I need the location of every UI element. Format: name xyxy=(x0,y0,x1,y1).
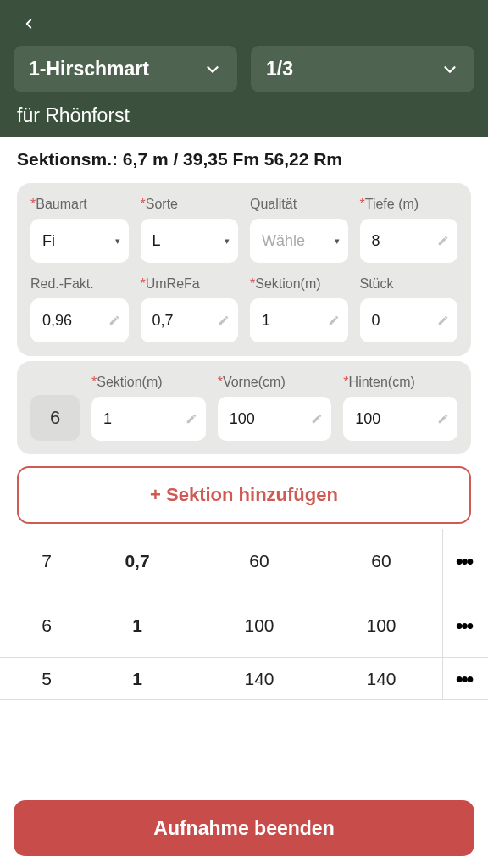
label-hinten: *Hinten(cm) xyxy=(343,375,458,390)
chevron-down-icon xyxy=(441,60,459,79)
cell-idx: 5 xyxy=(17,669,76,689)
table-row: 5 1 140 140 ••• xyxy=(0,658,488,700)
select-qualitaet[interactable]: Wähle ▾ xyxy=(250,219,348,263)
dropdown-location-label: 1-Hirschmart xyxy=(29,58,149,81)
label-sektion2: *Sektion(m) xyxy=(92,375,206,390)
cell-b: 60 xyxy=(198,551,320,571)
dots-icon: ••• xyxy=(456,614,472,637)
input-hinten[interactable]: 100 xyxy=(343,397,458,441)
placeholder-qualitaet: Wähle xyxy=(262,232,305,250)
row-menu-button[interactable]: ••• xyxy=(442,529,485,593)
cell-a: 1 xyxy=(76,669,198,689)
finish-button[interactable]: Aufnahme beenden xyxy=(14,800,474,856)
field-sektion-m: *Sektion(m) 1 xyxy=(250,276,348,342)
dropdown-location[interactable]: 1-Hirschmart xyxy=(14,46,237,92)
label-stueck: Stück xyxy=(360,276,458,292)
row-menu-button[interactable]: ••• xyxy=(442,658,485,699)
field-vorne: *Vorne(cm) 100 xyxy=(218,375,332,441)
cell-b: 100 xyxy=(198,615,320,636)
dropdown-page-label: 1/3 xyxy=(266,58,293,81)
pencil-icon xyxy=(437,314,449,326)
value-hinten: 100 xyxy=(355,410,380,428)
field-sektion2: *Sektion(m) 1 xyxy=(92,375,206,441)
dots-icon: ••• xyxy=(456,667,472,691)
label-sektion-m: *Sektion(m) xyxy=(250,276,348,292)
chevron-down-icon xyxy=(203,60,222,79)
header: 1-Hirschmart 1/3 für Rhönforst xyxy=(0,0,488,137)
pencil-icon xyxy=(328,314,340,326)
input-sektion2[interactable]: 1 xyxy=(92,397,206,441)
label-tiefe: *Tiefe (m) xyxy=(360,197,458,212)
field-hinten: *Hinten(cm) 100 xyxy=(343,375,458,441)
value-sektion2: 1 xyxy=(103,410,112,428)
label-umrefa: *UmReFa xyxy=(141,276,239,292)
select-baumart[interactable]: Fi ▾ xyxy=(30,219,129,263)
input-tiefe[interactable]: 8 xyxy=(360,219,458,263)
value-redfakt: 0,96 xyxy=(42,312,72,330)
back-button[interactable] xyxy=(14,8,44,39)
label-sorte: *Sorte xyxy=(141,197,239,212)
add-section-button[interactable]: + Sektion hinzufügen xyxy=(17,466,471,524)
row-menu-button[interactable]: ••• xyxy=(442,593,485,657)
summary-line: Sektionsm.: 6,7 m / 39,35 Fm 56,22 Rm xyxy=(0,137,488,178)
cell-a: 0,7 xyxy=(76,551,198,571)
pencil-icon xyxy=(437,413,449,425)
label-redfakt: Red.-Fakt. xyxy=(30,276,129,292)
field-redfakt: Red.-Fakt. 0,96 xyxy=(30,276,129,342)
cell-c: 60 xyxy=(320,551,442,571)
value-tiefe: 8 xyxy=(372,232,380,250)
chevron-down-icon: ▾ xyxy=(225,236,230,247)
pencil-icon xyxy=(218,314,230,326)
input-vorne[interactable]: 100 xyxy=(218,397,332,441)
value-stueck: 0 xyxy=(372,312,380,330)
sections-table: 7 0,7 60 60 ••• 6 1 100 100 ••• 5 1 140 … xyxy=(0,529,488,700)
header-subtitle: für Rhönforst xyxy=(14,104,474,127)
dots-icon: ••• xyxy=(456,549,472,573)
dropdown-row: 1-Hirschmart 1/3 xyxy=(14,46,474,92)
field-sorte: *Sorte L ▾ xyxy=(141,197,239,263)
pencil-icon xyxy=(437,235,449,247)
dropdown-page[interactable]: 1/3 xyxy=(251,46,474,92)
label-vorne: *Vorne(cm) xyxy=(218,375,332,390)
table-row: 6 1 100 100 ••• xyxy=(0,593,488,658)
value-umrefa: 0,7 xyxy=(152,312,174,330)
table-row: 7 0,7 60 60 ••• xyxy=(0,529,488,593)
label-baumart: *Baumart xyxy=(30,197,129,212)
panel-section-input: 6 *Sektion(m) 1 *Vorne(cm) 100 *Hinten(c… xyxy=(17,361,471,454)
field-stueck: Stück 0 xyxy=(360,276,458,342)
index-wrapper: 6 xyxy=(30,375,80,441)
label-qualitaet: Qualität xyxy=(250,197,348,212)
cell-a: 1 xyxy=(76,615,198,636)
pencil-icon xyxy=(108,314,120,326)
pencil-icon xyxy=(186,413,197,425)
value-sektion-m: 1 xyxy=(262,312,270,330)
cell-idx: 6 xyxy=(17,615,76,636)
chevron-down-icon: ▾ xyxy=(115,236,120,247)
select-sorte[interactable]: L ▾ xyxy=(141,219,239,263)
input-sektion-m[interactable]: 1 xyxy=(250,298,348,342)
cell-idx: 7 xyxy=(17,551,76,571)
input-stueck[interactable]: 0 xyxy=(360,298,458,342)
input-umrefa[interactable]: 0,7 xyxy=(141,298,239,342)
cell-c: 100 xyxy=(320,615,442,636)
field-qualitaet: Qualität Wähle ▾ xyxy=(250,197,348,263)
field-tiefe: *Tiefe (m) 8 xyxy=(360,197,458,263)
pencil-icon xyxy=(311,413,323,425)
field-baumart: *Baumart Fi ▾ xyxy=(30,197,129,263)
chevron-left-icon xyxy=(21,16,36,31)
cell-c: 140 xyxy=(320,669,442,689)
value-vorne: 100 xyxy=(230,410,255,428)
field-umrefa: *UmReFa 0,7 xyxy=(141,276,239,342)
value-sorte: L xyxy=(152,232,161,250)
panel-main-form: *Baumart Fi ▾ *Sorte L ▾ Qualität Wähle … xyxy=(17,183,471,356)
input-redfakt[interactable]: 0,96 xyxy=(30,298,129,342)
value-baumart: Fi xyxy=(42,232,55,250)
chevron-down-icon: ▾ xyxy=(335,236,340,247)
section-index: 6 xyxy=(30,395,80,441)
cell-b: 140 xyxy=(198,669,320,689)
